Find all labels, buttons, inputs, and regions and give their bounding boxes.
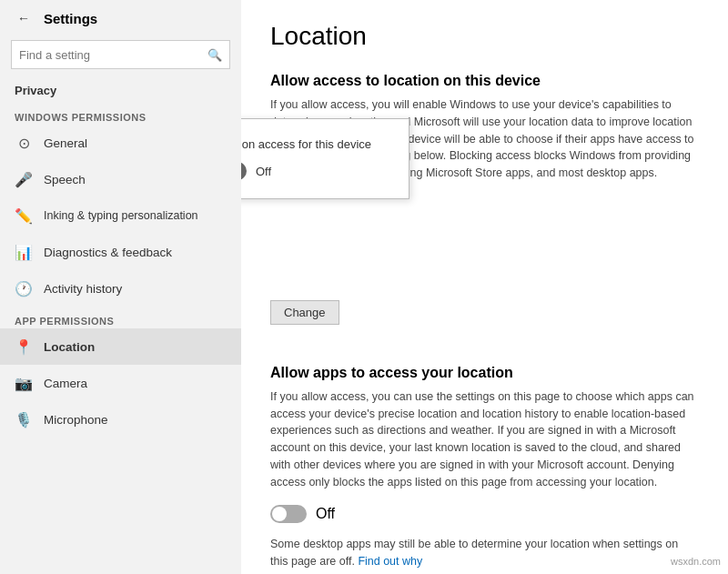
microphone-icon: 🎙️	[15, 411, 33, 428]
sidebar-item-label: Activity history	[44, 282, 122, 296]
watermark: wsxdn.com	[671, 556, 721, 567]
camera-icon: 📷	[15, 375, 33, 392]
find-out-link[interactable]: Find out why	[358, 555, 422, 568]
sidebar-item-label: General	[44, 136, 87, 150]
section2-title: Allow apps to access your location	[270, 365, 699, 381]
page-title: Location	[270, 22, 699, 51]
sidebar-item-label: Location	[44, 340, 95, 354]
sidebar-item-inking[interactable]: ✏️ Inking & typing personalization	[0, 197, 241, 234]
sidebar: ← Settings 🔍 Privacy Windows permissions…	[0, 0, 241, 574]
sidebar-item-location[interactable]: 📍 Location	[0, 328, 241, 365]
search-input[interactable]	[19, 48, 207, 62]
sidebar-item-label: Inking & typing personalization	[44, 209, 198, 222]
app-title: Settings	[44, 11, 97, 26]
windows-permissions-label: Windows permissions	[0, 103, 241, 125]
back-icon: ←	[17, 11, 30, 25]
search-box[interactable]: 🔍	[11, 40, 230, 69]
back-button[interactable]: ←	[11, 5, 36, 31]
activity-icon: 🕐	[15, 280, 33, 297]
section2-text: If you allow access, you can use the set…	[270, 388, 699, 491]
speech-icon: 🎤	[15, 171, 33, 188]
change-button[interactable]: Change	[270, 300, 339, 325]
sidebar-item-label: Diagnostics & feedback	[44, 246, 172, 259]
section-allow-apps: Allow apps to access your location If yo…	[270, 365, 699, 491]
location-icon: 📍	[15, 338, 33, 356]
section1-title: Allow access to location on this device	[270, 73, 699, 89]
sidebar-item-label: Camera	[44, 377, 87, 390]
sidebar-item-diagnostics[interactable]: 📊 Diagnostics & feedback	[0, 234, 241, 270]
apps-location-toggle[interactable]	[270, 505, 307, 523]
diagnostics-icon: 📊	[15, 244, 33, 261]
sidebar-item-label: Speech	[44, 173, 86, 186]
apps-toggle-row: Off	[270, 505, 699, 523]
app-permissions-label: App permissions	[0, 307, 241, 328]
sidebar-item-speech[interactable]: 🎤 Speech	[0, 161, 241, 197]
device-toggle-label: Off	[256, 165, 271, 178]
popup-label: Location access for this device	[241, 137, 390, 151]
location-access-popup: Location access for this device Off	[241, 118, 410, 199]
main-content: Location Allow access to location on thi…	[241, 0, 728, 574]
device-location-toggle[interactable]	[241, 162, 247, 180]
general-icon: ⊙	[15, 135, 33, 152]
sidebar-header: ← Settings	[0, 0, 241, 36]
inking-icon: ✏️	[15, 207, 33, 225]
sidebar-item-label: Microphone	[44, 413, 108, 427]
device-toggle-row: Off	[241, 162, 390, 180]
sidebar-item-general[interactable]: ⊙ General	[0, 125, 241, 161]
sidebar-item-microphone[interactable]: 🎙️ Microphone	[0, 401, 241, 438]
apps-toggle-label: Off	[316, 506, 335, 522]
search-icon: 🔍	[207, 48, 222, 62]
sidebar-item-activity[interactable]: 🕐 Activity history	[0, 270, 241, 307]
desktop-apps-text: Some desktop apps may still be able to d…	[270, 536, 699, 570]
sidebar-item-camera[interactable]: 📷 Camera	[0, 365, 241, 401]
privacy-section-label: Privacy	[0, 78, 241, 103]
